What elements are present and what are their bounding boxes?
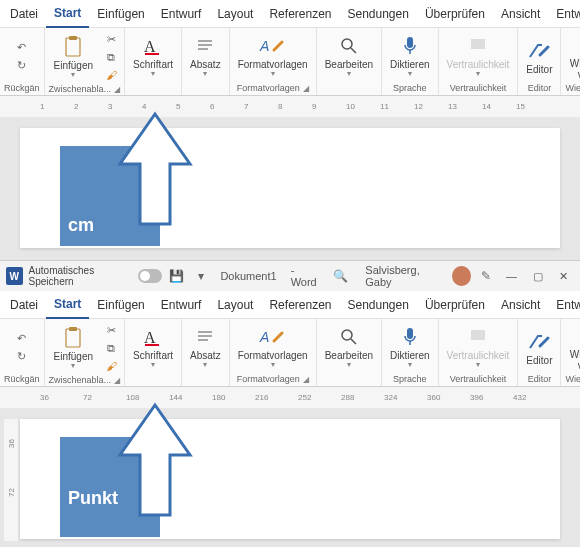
chevron-down-icon: ▾ xyxy=(71,71,75,80)
editor-button[interactable]: Editor xyxy=(522,328,556,368)
chevron-down-icon: ▾ xyxy=(408,70,412,79)
tab-ansicht[interactable]: Ansicht xyxy=(493,292,548,318)
format-painter-icon[interactable]: 🖌 xyxy=(103,67,119,83)
paragraph-button[interactable]: Absatz ▾ xyxy=(186,32,225,81)
cut-icon[interactable]: ✂ xyxy=(103,31,119,47)
close-button[interactable]: ✕ xyxy=(554,265,574,287)
tab-datei[interactable]: Datei xyxy=(2,1,46,27)
page-bottom[interactable]: Punkt xyxy=(20,419,560,539)
tab-entwicklertools[interactable]: Entwicklertools xyxy=(548,1,580,27)
tab-ansicht[interactable]: Ansicht xyxy=(493,1,548,27)
paragraph-button[interactable]: Absatz ▾ xyxy=(186,323,225,372)
ruler-vertical-pt[interactable]: 3672 xyxy=(4,419,18,541)
ruler-horizontal-pt[interactable]: 3672108144180216252288324360396432 xyxy=(0,387,580,409)
tab-einfügen[interactable]: Einfügen xyxy=(89,1,152,27)
chevron-down-icon: ▾ xyxy=(203,70,207,79)
font-icon: A xyxy=(141,34,165,58)
tab-überprüfen[interactable]: Überprüfen xyxy=(417,1,493,27)
chevron-down-icon: ▾ xyxy=(476,70,480,79)
document-name[interactable]: Dokument1 xyxy=(220,270,276,282)
group-paragraph: Absatz ▾ xyxy=(182,319,230,386)
dictate-button[interactable]: Diktieren ▾ xyxy=(386,323,433,372)
word-icon: W xyxy=(6,267,23,285)
tab-datei[interactable]: Datei xyxy=(2,292,46,318)
tab-referenzen[interactable]: Referenzen xyxy=(261,1,339,27)
svg-rect-0 xyxy=(66,38,80,56)
undo-icon[interactable]: ↶ xyxy=(14,331,30,347)
styles-button[interactable]: A Formatvorlagen ▾ xyxy=(234,32,312,81)
clipboard-icon xyxy=(61,35,85,59)
tab-entwurf[interactable]: Entwurf xyxy=(153,1,210,27)
launcher-icon[interactable]: ◢ xyxy=(303,84,309,93)
paste-button[interactable]: Einfügen ▾ xyxy=(50,324,97,373)
sensitivity-button: Vertraulichkeit ▾ xyxy=(443,323,514,372)
ribbon-tabs-bottom: DateiStartEinfügenEntwurfLayoutReferenze… xyxy=(0,291,580,319)
launcher-icon[interactable]: ◢ xyxy=(114,376,120,385)
dictate-button[interactable]: Diktieren ▾ xyxy=(386,32,433,81)
shape-square-cm[interactable]: cm xyxy=(60,146,160,246)
redo-icon[interactable]: ↻ xyxy=(14,58,30,74)
minimize-button[interactable]: — xyxy=(501,265,521,287)
ruler-horizontal-cm[interactable]: 123456789101112131415 xyxy=(0,96,580,118)
editing-button[interactable]: Bearbeiten ▾ xyxy=(321,323,377,372)
chevron-down-icon[interactable]: ▾ xyxy=(192,266,210,286)
avatar[interactable] xyxy=(452,266,470,286)
group-font: A Schriftart ▾ xyxy=(125,28,182,95)
font-button[interactable]: A Schriftart ▾ xyxy=(129,323,177,372)
shape-arrow-up[interactable] xyxy=(120,114,190,234)
tab-start[interactable]: Start xyxy=(46,291,89,319)
chevron-down-icon: ▾ xyxy=(271,361,275,370)
reuse-files-button[interactable]: Wiederverwen von Dateie xyxy=(566,31,580,82)
format-painter-icon[interactable]: 🖌 xyxy=(103,358,119,374)
title-bar: W Automatisches Speichern 💾 ▾ Dokument1 … xyxy=(0,261,580,291)
undo-icon[interactable]: ↶ xyxy=(14,40,30,56)
editor-button[interactable]: Editor xyxy=(522,37,556,77)
redo-icon[interactable]: ↻ xyxy=(14,349,30,365)
tab-referenzen[interactable]: Referenzen xyxy=(261,292,339,318)
svg-rect-3 xyxy=(145,53,159,55)
svg-text:A: A xyxy=(144,38,156,55)
tab-start[interactable]: Start xyxy=(46,0,89,28)
eyedropper-icon[interactable]: ✎ xyxy=(477,266,495,286)
svg-rect-14 xyxy=(66,329,80,347)
svg-rect-12 xyxy=(471,39,485,49)
group-dictate: Diktieren ▾ Sprache xyxy=(382,319,438,386)
tab-layout[interactable]: Layout xyxy=(209,1,261,27)
shape-square-punkt[interactable]: Punkt xyxy=(60,437,160,537)
tab-entwicklertools[interactable]: Entwicklertools xyxy=(548,292,580,318)
editing-button[interactable]: Bearbeiten ▾ xyxy=(321,32,377,81)
paste-button[interactable]: Einfügen ▾ xyxy=(50,33,97,82)
group-reuse: Wiederverwen von Dateie Wiederverwendun xyxy=(561,319,580,386)
cut-icon[interactable]: ✂ xyxy=(103,322,119,338)
styles-button[interactable]: A Formatvorlagen ▾ xyxy=(234,323,312,372)
user-name[interactable]: Salvisberg, Gaby xyxy=(365,264,442,288)
shape-label-cm: cm xyxy=(68,215,94,236)
group-dictate: Diktieren ▾ Sprache xyxy=(382,28,438,95)
save-icon[interactable]: 💾 xyxy=(168,266,186,286)
document-area-top: cm xyxy=(0,118,580,260)
maximize-button[interactable]: ▢ xyxy=(528,265,548,287)
tab-sendungen[interactable]: Sendungen xyxy=(340,1,417,27)
autosave-toggle[interactable]: Automatisches Speichern xyxy=(29,265,162,287)
launcher-icon[interactable]: ◢ xyxy=(114,85,120,94)
copy-icon[interactable]: ⧉ xyxy=(103,340,119,356)
copy-icon[interactable]: ⧉ xyxy=(103,49,119,65)
page-top[interactable]: cm xyxy=(20,128,560,248)
tab-layout[interactable]: Layout xyxy=(209,292,261,318)
toggle-off-icon[interactable] xyxy=(138,269,162,283)
shape-arrow-up[interactable] xyxy=(120,405,190,525)
tab-einfügen[interactable]: Einfügen xyxy=(89,292,152,318)
group-font: A Schriftart ▾ xyxy=(125,319,182,386)
chevron-down-icon: ▾ xyxy=(476,361,480,370)
tab-entwurf[interactable]: Entwurf xyxy=(153,292,210,318)
tab-sendungen[interactable]: Sendungen xyxy=(340,292,417,318)
font-button[interactable]: A Schriftart ▾ xyxy=(129,32,177,81)
group-undo: ↶ ↻ Rückgän xyxy=(0,28,45,95)
paragraph-icon xyxy=(193,325,217,349)
window-bottom: W Automatisches Speichern 💾 ▾ Dokument1 … xyxy=(0,260,580,547)
reuse-files-button[interactable]: Wiederverwen von Dateie xyxy=(566,322,580,373)
tab-überprüfen[interactable]: Überprüfen xyxy=(417,292,493,318)
launcher-icon[interactable]: ◢ xyxy=(303,375,309,384)
search-icon[interactable]: 🔍 xyxy=(331,266,349,286)
chevron-down-icon: ▾ xyxy=(408,361,412,370)
